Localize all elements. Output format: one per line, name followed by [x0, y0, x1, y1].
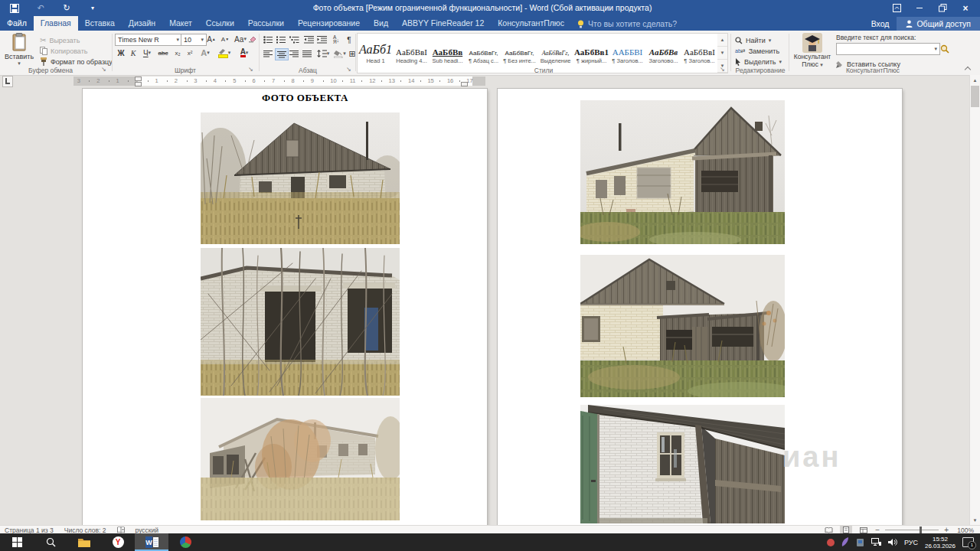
font-family-combo[interactable]: Times New R▾: [115, 34, 182, 46]
tell-me-box[interactable]: Что вы хотите сделать?: [571, 19, 683, 31]
tab-главная[interactable]: Главная: [34, 16, 78, 31]
word-count[interactable]: Число слов: 2: [64, 527, 106, 534]
zoom-slider[interactable]: [885, 530, 939, 530]
scrollbar-thumb[interactable]: [971, 86, 979, 107]
tab-вид[interactable]: Вид: [367, 16, 395, 31]
tray-feather-icon[interactable]: [841, 537, 849, 547]
photo-gable-sheds[interactable]: [580, 255, 785, 397]
styles-scroll-up-icon[interactable]: ▲: [717, 34, 727, 47]
ribbon-display-options-icon[interactable]: [885, 0, 908, 16]
tab-рецензирование[interactable]: Рецензирование: [291, 16, 367, 31]
photo-house-front[interactable]: [201, 112, 400, 244]
customize-qat-icon[interactable]: ▾: [86, 2, 100, 15]
scroll-up-icon[interactable]: ▲: [970, 75, 980, 85]
sort-icon[interactable]: АЯ↓: [330, 34, 342, 45]
proofing-icon[interactable]: [117, 527, 125, 533]
line-spacing-icon[interactable]: ▾: [315, 48, 331, 59]
zoom-slider-thumb[interactable]: [920, 527, 922, 533]
tray-red-app-icon[interactable]: [827, 539, 835, 546]
bold-button[interactable]: Ж: [115, 47, 127, 58]
tab-вставка[interactable]: Вставка: [78, 16, 122, 31]
start-button[interactable]: [0, 533, 34, 551]
tab-abbyy-finereader-12[interactable]: ABBYY FineReader 12: [395, 16, 491, 31]
photo-wall-windows[interactable]: [201, 248, 400, 396]
styles-dialog-launcher-icon[interactable]: ↘: [720, 66, 725, 73]
document-canvas[interactable]: ФОТО ОБЪЕКТА: [0, 87, 970, 525]
photo-collapsed-shed[interactable]: [201, 398, 400, 520]
consultant-plus-button[interactable]: Консультант Плюс ▾: [792, 33, 833, 68]
speaker-icon[interactable]: [888, 538, 897, 546]
minimize-icon[interactable]: [908, 0, 931, 16]
font-color-button[interactable]: А▾: [236, 47, 253, 58]
numbering-icon[interactable]: [275, 34, 287, 45]
increase-indent-icon[interactable]: [315, 34, 328, 45]
tab-файл[interactable]: Файл: [0, 16, 34, 31]
word-taskbar-button[interactable]: W: [135, 533, 168, 551]
styles-scroll-down-icon[interactable]: ▼: [717, 47, 727, 60]
clipboard-dialog-launcher-icon[interactable]: ↘: [101, 66, 106, 73]
hanging-indent-marker[interactable]: [135, 82, 142, 86]
align-right-icon[interactable]: [288, 48, 300, 59]
copy-button[interactable]: Копировать: [40, 46, 87, 56]
tab-дизайн[interactable]: Дизайн: [122, 16, 162, 31]
collapse-ribbon-icon[interactable]: [965, 66, 971, 71]
consultant-search-input[interactable]: ▾: [836, 43, 940, 55]
clear-formatting-icon[interactable]: [248, 34, 257, 44]
scroll-down-icon[interactable]: ▼: [970, 515, 980, 525]
justify-icon[interactable]: [301, 48, 313, 59]
text-effects-button[interactable]: А▾: [199, 47, 211, 58]
tab-рассылки[interactable]: Рассылки: [241, 16, 291, 31]
zoom-level[interactable]: 100%: [954, 527, 974, 534]
show-marks-icon[interactable]: ¶: [343, 34, 355, 45]
keyboard-language[interactable]: РУС: [904, 539, 918, 546]
save-icon[interactable]: [8, 2, 21, 15]
photo-house-corner[interactable]: [580, 100, 785, 244]
tray-app-icon[interactable]: [856, 538, 864, 547]
consultant-search-go-icon[interactable]: [939, 44, 951, 54]
page-2[interactable]: иан: [498, 89, 902, 525]
tab-ссылки[interactable]: Ссылки: [199, 16, 241, 31]
highlight-button[interactable]: ▾: [216, 47, 233, 58]
multilevel-list-icon[interactable]: [288, 34, 300, 45]
sign-in-button[interactable]: Вход: [864, 19, 897, 31]
change-case-button[interactable]: Аа▾: [233, 34, 248, 44]
language-indicator[interactable]: русский: [136, 527, 159, 534]
bullets-icon[interactable]: [262, 34, 274, 45]
shading-icon[interactable]: ▾: [332, 48, 348, 59]
photo-courtyard-wall[interactable]: [580, 405, 785, 523]
paste-button[interactable]: Вставить ▾: [3, 33, 35, 67]
font-dialog-launcher-icon[interactable]: ↘: [248, 66, 253, 73]
font-size-combo[interactable]: 10▾: [181, 34, 207, 46]
italic-button[interactable]: К: [127, 47, 139, 58]
browser-swirl-button[interactable]: [168, 533, 202, 551]
network-icon[interactable]: [871, 538, 881, 546]
tab-selector[interactable]: [2, 76, 13, 87]
find-button[interactable]: Найти▾: [735, 35, 771, 45]
superscript-button[interactable]: x²: [184, 47, 196, 58]
grow-font-button[interactable]: А▲: [205, 34, 217, 44]
align-left-icon[interactable]: [262, 48, 274, 59]
document-heading[interactable]: ФОТО ОБЪЕКТА: [138, 92, 472, 104]
strikethrough-button[interactable]: abc: [156, 47, 170, 58]
underline-button[interactable]: Ч▾: [139, 47, 155, 58]
replace-button[interactable]: ab⇄ Заменить: [735, 46, 779, 56]
page-indicator[interactable]: Страница 1 из 3: [5, 527, 54, 534]
page-1[interactable]: ФОТО ОБЪЕКТА: [83, 89, 487, 525]
action-center-icon[interactable]: 1: [962, 537, 974, 547]
cut-button[interactable]: ✂Вырезать: [40, 35, 80, 45]
tab-макет[interactable]: Макет: [162, 16, 199, 31]
file-explorer-button[interactable]: [67, 533, 101, 551]
close-icon[interactable]: ×: [954, 0, 977, 16]
first-line-indent-marker[interactable]: [135, 77, 142, 81]
paragraph-dialog-launcher-icon[interactable]: ↘: [346, 66, 351, 73]
share-button[interactable]: Общий доступ: [897, 17, 980, 31]
align-center-icon[interactable]: [275, 48, 289, 60]
yandex-browser-button[interactable]: Y: [101, 533, 135, 551]
undo-icon[interactable]: ↶: [34, 2, 47, 15]
shrink-font-button[interactable]: А▼: [219, 34, 231, 44]
taskbar-search-button[interactable]: [34, 533, 67, 551]
restore-icon[interactable]: [931, 0, 954, 16]
decrease-indent-icon[interactable]: [302, 34, 315, 45]
vertical-scrollbar[interactable]: ▲ ▼: [969, 75, 980, 525]
select-button[interactable]: Выделить▾: [735, 57, 782, 67]
